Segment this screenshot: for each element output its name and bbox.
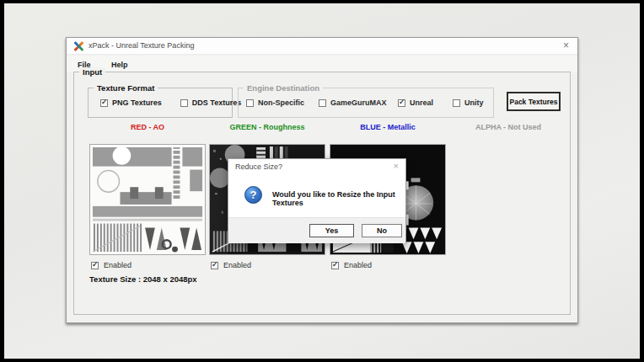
menu-help[interactable]: Help bbox=[103, 58, 137, 69]
png-textures-label: PNG Textures bbox=[112, 98, 162, 107]
checkbox-checked-icon: ✓ bbox=[398, 99, 405, 107]
checkbox-unchecked-icon bbox=[246, 99, 254, 107]
unity-checkbox[interactable]: Unity bbox=[453, 98, 484, 107]
texture-size-label: Texture Size : 2048 x 2048px bbox=[89, 274, 197, 284]
window-title: xPack - Unreal Texture Packing bbox=[89, 41, 194, 50]
gameguru-max-checkbox[interactable]: GameGuruMAX bbox=[319, 98, 398, 107]
desktop-background: xPack - Unreal Texture Packing × File He… bbox=[4, 3, 640, 359]
checkbox-checked-icon: ✓ bbox=[211, 262, 218, 269]
checkbox-unchecked-icon bbox=[319, 99, 326, 107]
yes-button[interactable]: Yes bbox=[309, 224, 354, 237]
enabled-checkbox-blue[interactable]: ✓ Enabled bbox=[331, 261, 372, 269]
dds-textures-label: DDS Textures bbox=[192, 98, 241, 107]
texture-preview-red-ao[interactable] bbox=[89, 144, 206, 255]
enabled-label: Enabled bbox=[344, 261, 372, 269]
channel-label-alpha: ALPHA - Not Used bbox=[450, 123, 566, 131]
png-textures-checkbox[interactable]: ✓ PNG Textures bbox=[100, 98, 162, 107]
enabled-checkbox-green[interactable]: ✓ Enabled bbox=[211, 261, 251, 269]
gameguru-max-label: GameGuruMAX bbox=[330, 98, 387, 107]
enabled-label: Enabled bbox=[223, 261, 251, 269]
pack-textures-button[interactable]: Pack Textures bbox=[507, 92, 561, 111]
unreal-label: Unreal bbox=[410, 98, 433, 107]
dialog-message: Would you like to Resize the Input Textu… bbox=[272, 190, 405, 207]
checkbox-checked-icon: ✓ bbox=[91, 262, 99, 269]
channel-label-green: GREEN - Roughness bbox=[209, 123, 325, 131]
engine-destination-options: Non-Specific GameGuruMAX ✓ Unreal Unity bbox=[239, 88, 493, 117]
title-bar[interactable]: xPack - Unreal Texture Packing × bbox=[67, 38, 577, 55]
input-group-label: Input bbox=[79, 67, 105, 77]
app-logo-icon bbox=[73, 41, 83, 51]
question-icon: ? bbox=[244, 186, 262, 204]
unity-label: Unity bbox=[464, 98, 484, 107]
no-button[interactable]: No bbox=[362, 224, 402, 237]
engine-destination-group: Engine Destination Non-Specific GameGuru… bbox=[238, 88, 494, 118]
non-specific-checkbox[interactable]: Non-Specific bbox=[246, 98, 319, 107]
checkbox-unchecked-icon bbox=[453, 99, 460, 107]
texture-format-group: Texture Format ✓ PNG Textures DDS Textur… bbox=[88, 88, 233, 118]
checkbox-checked-icon: ✓ bbox=[100, 99, 108, 107]
texture-format-options: ✓ PNG Textures DDS Textures bbox=[89, 88, 232, 117]
dds-textures-checkbox[interactable]: DDS Textures bbox=[180, 98, 241, 107]
reduce-size-dialog: Reduce Size? × ? Would you like to Resiz… bbox=[228, 158, 406, 243]
dialog-close-icon[interactable]: × bbox=[394, 161, 399, 171]
channel-label-red: RED - AO bbox=[89, 123, 206, 131]
dialog-title: Reduce Size? bbox=[235, 162, 282, 171]
checkbox-unchecked-icon bbox=[180, 99, 188, 107]
window-close-icon[interactable]: × bbox=[563, 40, 569, 51]
checkbox-checked-icon: ✓ bbox=[331, 262, 339, 269]
channel-label-blue: BLUE - Metallic bbox=[330, 123, 446, 131]
unreal-checkbox[interactable]: ✓ Unreal bbox=[398, 98, 453, 107]
dialog-footer: Yes No bbox=[228, 217, 405, 243]
enabled-label: Enabled bbox=[104, 261, 131, 269]
non-specific-label: Non-Specific bbox=[258, 98, 304, 107]
menu-bar: File Help bbox=[67, 56, 577, 72]
enabled-checkbox-red[interactable]: ✓ Enabled bbox=[91, 261, 131, 269]
